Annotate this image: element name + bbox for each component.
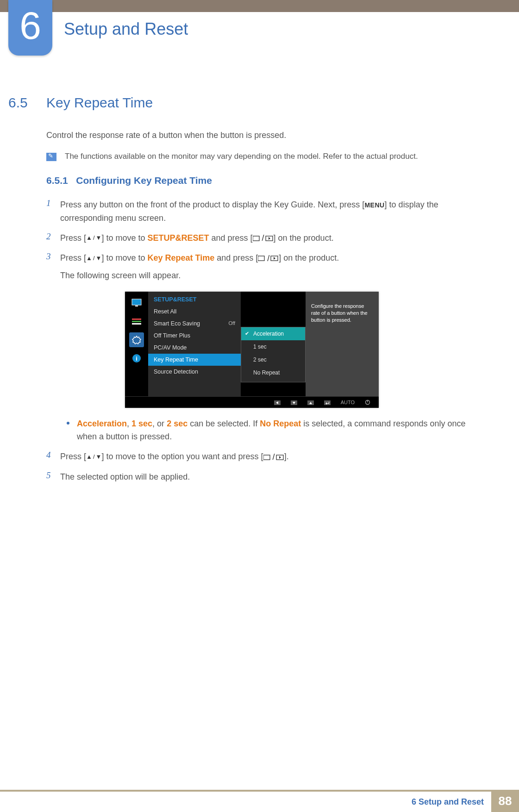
settings-icon	[129, 332, 144, 347]
osd-sidebar: i	[125, 292, 148, 396]
step-text: ].	[284, 452, 289, 461]
footer-chapter-label: 6 Setup and Reset	[0, 790, 491, 812]
menu-button-label: MENU	[364, 201, 384, 209]
osd-menu-item: Off Timer Plus	[148, 330, 241, 342]
subsection-number: 6.5.1	[46, 175, 68, 186]
step-number: 3	[46, 251, 60, 262]
step-4: 4 Press [▲/▼] to move to the option you …	[46, 450, 477, 464]
svg-rect-14	[324, 400, 331, 405]
osd-menu-item: Source Detection	[148, 366, 241, 378]
osd-bottom-bar: AUTO	[125, 396, 379, 408]
svg-rect-7	[132, 321, 141, 322]
step-number: 4	[46, 450, 60, 460]
step-2: 2 Press [▲/▼] to move to SETUP&RESET and…	[46, 231, 477, 245]
step-5: 5 The selected option will be applied.	[46, 470, 477, 484]
step-text: Press [	[60, 253, 86, 262]
bullet-text: , or	[152, 419, 167, 428]
step-text: Press [	[60, 233, 86, 243]
step-text: ] on the product.	[279, 253, 339, 262]
step-text: ] to move to	[101, 233, 147, 243]
power-icon	[365, 399, 370, 405]
svg-rect-2	[258, 256, 264, 261]
highlight: Acceleration	[77, 419, 127, 428]
enter-arrow-icon	[324, 400, 331, 405]
section-title: Key Repeat Time	[46, 95, 153, 111]
step-text: ] on the product.	[274, 233, 334, 243]
step-text: Press any button on the front of the pro…	[60, 200, 364, 209]
auto-label: AUTO	[341, 400, 355, 405]
list-icon	[129, 314, 144, 329]
highlight: 2 sec	[167, 419, 188, 428]
top-bar	[0, 0, 519, 12]
step-text: ] to move to the option you want and pre…	[101, 452, 263, 461]
osd-menu-item: PC/AV Mode	[148, 342, 241, 354]
svg-text:i: i	[136, 355, 138, 362]
chapter-title: Setup and Reset	[64, 19, 188, 39]
step-1: 1 Press any button on the front of the p…	[46, 198, 477, 225]
step-follow: The following screen will appear.	[60, 269, 339, 282]
monitor-icon	[129, 295, 144, 310]
subsection-heading: 6.5.1 Configuring Key Repeat Time	[46, 175, 477, 186]
svg-rect-4	[132, 299, 141, 305]
note-text: The functions available on the monitor m…	[65, 152, 418, 161]
up-arrow-icon	[307, 400, 314, 405]
highlight: 1 sec	[131, 419, 152, 428]
up-down-icon: ▲/▼	[86, 233, 101, 243]
enter-icon: /	[263, 450, 284, 464]
osd-popup-item: 1 sec	[241, 340, 305, 353]
step-text: and press [	[209, 233, 252, 243]
step-text: The selected option will be applied.	[60, 470, 190, 484]
left-arrow-icon	[274, 400, 281, 405]
step-text: Press [	[60, 452, 86, 461]
svg-rect-6	[132, 319, 141, 320]
osd-popup-item-selected: Acceleration	[241, 327, 305, 340]
osd-menu-item: Smart Eco SavingOff	[148, 318, 241, 330]
osd-menu-title: SETUP&RESET	[148, 294, 241, 306]
svg-rect-0	[253, 236, 259, 241]
highlight: Key Repeat Time	[147, 253, 214, 262]
intro-text: Control the response rate of a button wh…	[46, 129, 477, 142]
step-3: 3 Press [▲/▼] to move to Key Repeat Time…	[46, 251, 477, 282]
osd-popup: Acceleration 1 sec 2 sec No Repeat	[241, 327, 306, 382]
down-arrow-icon	[291, 400, 297, 405]
note-icon	[46, 153, 56, 161]
up-down-icon: ▲/▼	[86, 452, 101, 462]
osd-description: Configure the response rate of a button …	[306, 292, 379, 396]
page-footer: 6 Setup and Reset 88	[0, 790, 519, 812]
osd-popup-item: 2 sec	[241, 353, 305, 366]
step-text: and press [	[214, 253, 258, 262]
step-number: 1	[46, 198, 60, 208]
info-icon: i	[129, 351, 144, 366]
step-text: ] to move to	[101, 253, 147, 262]
bullet-dot-icon	[67, 422, 69, 425]
section-number: 6.5	[8, 95, 46, 111]
step-number: 5	[46, 470, 60, 481]
chapter-badge: 6	[8, 0, 52, 56]
osd-menu: SETUP&RESET Reset All Smart Eco SavingOf…	[148, 292, 241, 396]
page-number: 88	[491, 790, 519, 812]
bullet-text: can be selected. If	[188, 419, 260, 428]
bullet-text: ,	[127, 419, 131, 428]
osd-popup-item: No Repeat	[241, 366, 305, 379]
subsection-title: Configuring Key Repeat Time	[76, 175, 212, 186]
highlight: SETUP&RESET	[147, 233, 209, 243]
up-down-icon: ▲/▼	[86, 254, 101, 263]
svg-rect-8	[132, 323, 141, 325]
svg-rect-17	[263, 455, 270, 460]
svg-rect-5	[135, 306, 138, 306]
highlight: No Repeat	[260, 419, 301, 428]
step-number: 2	[46, 231, 60, 242]
osd-screenshot: i SETUP&RESET Reset All Smart Eco Saving…	[125, 292, 379, 408]
enter-icon: /	[258, 252, 279, 265]
osd-menu-item: Reset All	[148, 306, 241, 318]
enter-icon: /	[253, 231, 274, 245]
bullet-item: Acceleration, 1 sec, or 2 sec can be sel…	[67, 417, 477, 444]
osd-menu-item-selected: Key Repeat Time	[148, 354, 241, 366]
